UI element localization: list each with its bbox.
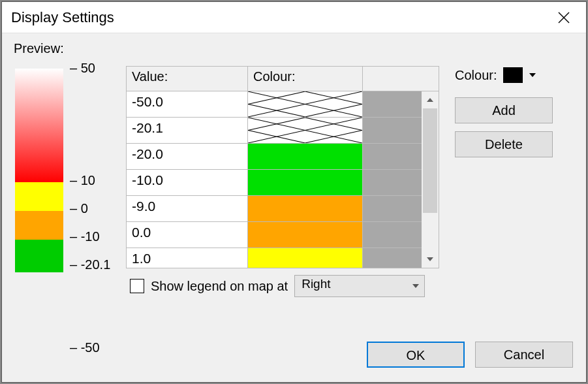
scrollbar[interactable]	[422, 91, 439, 268]
dialog-body: Preview: 50100-10-20.1-50 Value: Colour:…	[2, 33, 586, 382]
table-row[interactable]: -10.0	[127, 170, 422, 196]
row-blank	[363, 118, 422, 144]
preview-label: Preview:	[14, 41, 574, 56]
table-row[interactable]: -9.0	[127, 196, 422, 222]
ok-button[interactable]: OK	[367, 342, 465, 368]
colour-picker-row: Colour:	[455, 67, 576, 83]
table-row[interactable]: 0.0	[127, 222, 422, 248]
colour-cell[interactable]	[248, 248, 363, 268]
chevron-down-icon	[412, 284, 419, 288]
side-controls: Colour: Add Delete	[455, 67, 576, 165]
close-button[interactable]	[551, 5, 577, 31]
delete-button[interactable]: Delete	[455, 131, 553, 157]
table-row[interactable]: -20.0	[127, 144, 422, 170]
colour-swatch	[248, 196, 362, 221]
value-cell[interactable]: -50.0	[127, 91, 248, 118]
legend-row: Show legend on map at Right	[130, 275, 425, 297]
preview-tick: -50	[70, 340, 100, 355]
colour-swatch	[248, 248, 362, 268]
preview-gradient-segment	[15, 182, 63, 211]
colour-chip[interactable]	[503, 67, 523, 83]
scroll-up-icon[interactable]	[422, 91, 439, 108]
colour-swatch	[248, 170, 362, 195]
show-legend-checkbox[interactable]	[130, 279, 144, 293]
value-cell[interactable]: -10.0	[127, 170, 248, 196]
table-body-wrap: -50.0-20.1-20.0-10.0-9.00.01.0	[127, 91, 439, 268]
colour-cell[interactable]	[248, 196, 363, 222]
preview-gradient-segment	[15, 211, 63, 240]
colour-swatch	[248, 144, 362, 169]
preview-tick: -20.1	[70, 257, 110, 272]
window-title: Display Settings	[11, 9, 551, 26]
colour-cell[interactable]	[248, 144, 363, 170]
scroll-down-icon[interactable]	[422, 251, 439, 268]
value-cell[interactable]: -20.0	[127, 144, 248, 170]
show-legend-label: Show legend on map at	[151, 279, 288, 294]
table-row[interactable]: 1.0	[127, 248, 422, 268]
row-blank	[363, 170, 422, 196]
add-button[interactable]: Add	[455, 97, 553, 123]
preview-tick: -10	[70, 229, 100, 244]
header-colour: Colour:	[248, 67, 363, 91]
colour-label: Colour:	[455, 68, 497, 83]
value-cell[interactable]: 0.0	[127, 222, 248, 248]
dialog-window: Display Settings Preview: 50100-10-20.1-…	[1, 1, 587, 383]
preview-tick: 50	[70, 61, 95, 76]
titlebar: Display Settings	[2, 2, 586, 33]
table-row[interactable]: -20.1	[127, 118, 422, 144]
colour-cell[interactable]	[248, 222, 363, 248]
preview-column: 50100-10-20.1-50	[14, 66, 125, 373]
dialog-buttons: OK Cancel	[367, 342, 573, 368]
row-blank	[363, 144, 422, 170]
chevron-down-icon[interactable]	[529, 73, 536, 77]
close-icon	[558, 12, 570, 24]
preview-gradient-segment	[15, 69, 63, 182]
colour-cell[interactable]	[248, 170, 363, 196]
header-blank	[363, 67, 439, 91]
no-colour-icon	[248, 91, 362, 117]
table-row[interactable]: -50.0	[127, 91, 422, 118]
row-blank	[363, 222, 422, 248]
scroll-thumb[interactable]	[423, 108, 437, 213]
row-blank	[363, 248, 422, 268]
header-value: Value:	[127, 67, 248, 91]
colour-cell[interactable]	[248, 118, 363, 144]
table-body[interactable]: -50.0-20.1-20.0-10.0-9.00.01.0	[127, 91, 422, 268]
value-cell[interactable]: 1.0	[127, 248, 248, 268]
preview-tick: 10	[70, 173, 95, 188]
row-blank	[363, 196, 422, 222]
preview-tick: 0	[70, 201, 88, 216]
colour-cell[interactable]	[248, 91, 363, 118]
legend-position-select[interactable]: Right	[294, 275, 425, 297]
colour-table: Value: Colour: -50.0-20.1-20.0-10.0-9.00…	[126, 66, 439, 268]
value-cell[interactable]: -9.0	[127, 196, 248, 222]
table-header: Value: Colour:	[127, 67, 439, 91]
colour-swatch	[248, 222, 362, 248]
preview-gradient-segment	[15, 240, 63, 272]
row-blank	[363, 91, 422, 118]
cancel-button[interactable]: Cancel	[475, 342, 573, 368]
legend-position-value: Right	[302, 277, 330, 291]
value-cell[interactable]: -20.1	[127, 118, 248, 144]
no-colour-icon	[248, 118, 362, 143]
